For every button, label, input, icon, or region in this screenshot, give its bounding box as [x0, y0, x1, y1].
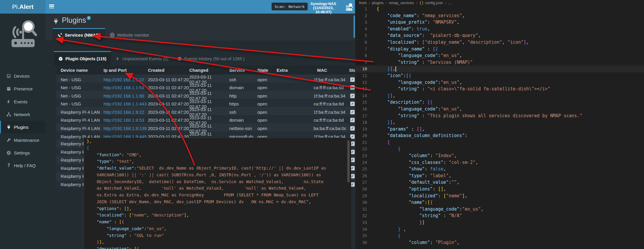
ip-port-link[interactable]: http://192.168.1.1:443 — [104, 101, 147, 106]
sidebar-item-network[interactable]: Network — [0, 108, 46, 121]
cell-created: 2023-03-11 02:47:20 — [148, 77, 189, 82]
sidebar-item-plugins[interactable]: Plugins — [0, 121, 46, 134]
sitemap-icon — [6, 112, 11, 117]
editor-line-33[interactable]: 33 }] — [355, 219, 644, 226]
cell-status[interactable]: Status — [349, 68, 355, 73]
breadcrumb-item[interactable]: front — [359, 1, 367, 5]
status-checkbox[interactable]: ✓ — [350, 102, 355, 106]
cell-changed[interactable]: Changed — [189, 68, 229, 73]
editor-line-24[interactable]: 24 "css_classes": "col-sm-2", — [355, 159, 644, 166]
page-scrollbar-thumb[interactable] — [354, 15, 355, 38]
code-editor[interactable]: front›plugins›nmap_services›{}config.jso… — [355, 0, 644, 249]
editor-line-6[interactable]: 6 "localized": ["display_name", "descrip… — [355, 39, 644, 46]
overlay-scrollbar[interactable] — [347, 140, 350, 182]
sidebar-item-devices[interactable]: Devices — [0, 70, 46, 82]
help-badge[interactable]: ? — [87, 16, 91, 20]
editor-line-1[interactable]: 1{ — [355, 6, 644, 12]
ip-port-link[interactable]: http://192.168.1.1:22 — [104, 77, 144, 82]
editor-line-21[interactable]: 21 [ — [355, 139, 644, 146]
editor-line-32[interactable]: 32 "string" : "N/A" — [355, 212, 644, 219]
editor-line-2[interactable]: 2 "code_name": "nmap_services", — [355, 12, 644, 19]
line-number: 33 — [355, 219, 367, 226]
status-checkbox[interactable]: ✓ — [350, 77, 355, 82]
editor-code[interactable]: 1{2 "code_name": "nmap_services",3 "uniq… — [355, 6, 644, 246]
subtab-events-history-50-out-of-1265-[interactable]: Events History (50 out of 1265 ) — [173, 51, 249, 65]
editor-line-18[interactable]: 18 }], — [355, 119, 644, 126]
editor-line-28[interactable]: 28 "options": [], — [355, 186, 644, 193]
breadcrumb-item[interactable]: nmap_services — [389, 1, 414, 5]
sidebar-item-maintenance[interactable]: Maintenance — [0, 134, 46, 146]
ip-port-link[interactable]: http://192.168.1.9:139 — [104, 126, 147, 131]
tab-services-nmap-[interactable]: Services (NMAP) — [53, 28, 105, 41]
breadcrumb-item[interactable]: ... — [448, 1, 451, 5]
sidebar-item-events[interactable]: Events — [0, 95, 46, 108]
sidebar-item-help-faq[interactable]: Help / FAQ — [0, 159, 46, 172]
tab-website-monitor[interactable]: Website monitor — [105, 28, 154, 41]
cell-device-name[interactable]: Device name — [56, 68, 104, 73]
editor-line-4[interactable]: 4 "enabled": true, — [355, 26, 644, 32]
editor-line-25[interactable]: 25 "show": false, — [355, 166, 644, 172]
sidebar-item-presence[interactable]: Presence — [0, 82, 46, 95]
ip-port-link[interactable]: http://192.168.1.9:22 — [104, 110, 144, 115]
cell-created[interactable]: Created — [148, 68, 189, 73]
editor-line-23[interactable]: 23 "column": "Index", — [355, 152, 644, 159]
sidebar-toggle-icon[interactable] — [49, 4, 54, 9]
line-number: 18 — [355, 119, 367, 126]
editor-line-12[interactable]: 12 "language_code":"en_us", — [355, 79, 644, 86]
editor-line-3[interactable]: 3 "unique_prefix": "NMAPSRV", — [355, 19, 644, 26]
editor-line-17[interactable]: 17 "string" : "This plugin shows all ser… — [355, 113, 644, 119]
sidebar-item-label: Plugins — [14, 125, 28, 130]
editor-line-29[interactable]: 29 "localized": ["name"], — [355, 193, 644, 199]
editor-line-11[interactable]: 11 "icon":[{ — [355, 72, 644, 79]
status-checkbox[interactable]: ✓ — [350, 118, 355, 122]
status-checkbox[interactable]: ✓ — [350, 85, 355, 90]
line-number: 25 — [355, 166, 367, 172]
ip-port-link[interactable]: http://192.168.1.1:53 — [104, 85, 144, 90]
cell-state: open — [257, 110, 277, 115]
brand-logo[interactable]: Pi.Alert — [0, 0, 46, 14]
editor-line-13[interactable]: 13 "string" : "<i class=\"fa-solid fa-sa… — [355, 86, 644, 92]
breadcrumb-item[interactable]: plugins — [372, 1, 384, 5]
editor-line-19[interactable]: 19 "params" : [], — [355, 126, 644, 133]
cell-mac[interactable]: MAC — [314, 68, 349, 73]
line-number: 22 — [355, 146, 367, 152]
editor-line-15[interactable]: 15 "description": [{ — [355, 99, 644, 106]
editor-line-9[interactable]: 9 "string" : "Services (NMAP)" — [355, 59, 644, 66]
cell-state[interactable]: State — [257, 68, 277, 73]
sidebar-item-label: Devices — [14, 74, 30, 79]
cell-extra[interactable]: Extra — [277, 68, 314, 73]
brand-bold: Alert — [19, 3, 33, 10]
editor-line-22[interactable]: 22 { — [355, 146, 644, 152]
editor-line-7[interactable]: 7 "display_name" : [{ — [355, 46, 644, 53]
sidebar-item-settings[interactable]: Settings — [0, 147, 46, 159]
editor-line-16[interactable]: 16 "language_code":"en_us", — [355, 106, 644, 113]
ip-port-link[interactable]: http://192.168.1.9:53 — [104, 118, 144, 123]
editor-line-10[interactable]: 10 }], — [355, 66, 644, 72]
editor-line-36[interactable]: 36 "column": "Plugin", — [355, 239, 644, 246]
status-checkbox[interactable]: ✓ — [350, 94, 355, 98]
ip-port-link[interactable]: http://192.168.1.1:80 — [104, 93, 144, 98]
cell-device-name: Net - USG — [56, 93, 104, 98]
editor-line-34[interactable]: 34 } , — [355, 226, 644, 233]
editor-line-27[interactable]: 27 "default_value":"", — [355, 179, 644, 186]
line-number: 9 — [355, 59, 367, 66]
editor-line-5[interactable]: 5 "data_source": "pialert-db-query", — [355, 32, 644, 39]
editor-line-30[interactable]: 30 "name":[{ — [355, 199, 644, 206]
cell-ip-port[interactable]: Ip and Port — [104, 68, 148, 73]
subtab-plugin-objects-115-[interactable]: Plugin Objects (115) — [54, 51, 111, 65]
cell-mac: ba:ba:ff:ca:ba:0c — [314, 126, 349, 131]
subtab-label: Plugin Objects (115) — [65, 56, 106, 61]
plugin-tabs: Services (NMAP) Website monitor — [53, 28, 154, 41]
status-checkbox[interactable]: ✓ — [350, 110, 355, 114]
editor-line-31[interactable]: 31 "language_code":"en_us", — [355, 206, 644, 213]
subtab-unprocessed-events-0-[interactable]: Unprocessed Events (0) — [111, 51, 173, 65]
editor-line-26[interactable]: 26 "type": "label", — [355, 172, 644, 179]
editor-line-14[interactable]: 14 }], — [355, 92, 644, 99]
editor-line-20[interactable]: 20 "database_column_definitions": — [355, 132, 644, 139]
status-checkbox[interactable]: ✓ — [350, 126, 355, 131]
breadcrumb-item[interactable]: {}config.json — [419, 1, 443, 5]
code-snippet-overlay: },{ "function": "CMD", "type": "text", "… — [84, 138, 351, 249]
editor-line-35[interactable]: 35 { — [355, 232, 644, 239]
cell-service[interactable]: Service — [229, 68, 257, 73]
editor-line-8[interactable]: 8 "language_code":"en_us", — [355, 52, 644, 59]
